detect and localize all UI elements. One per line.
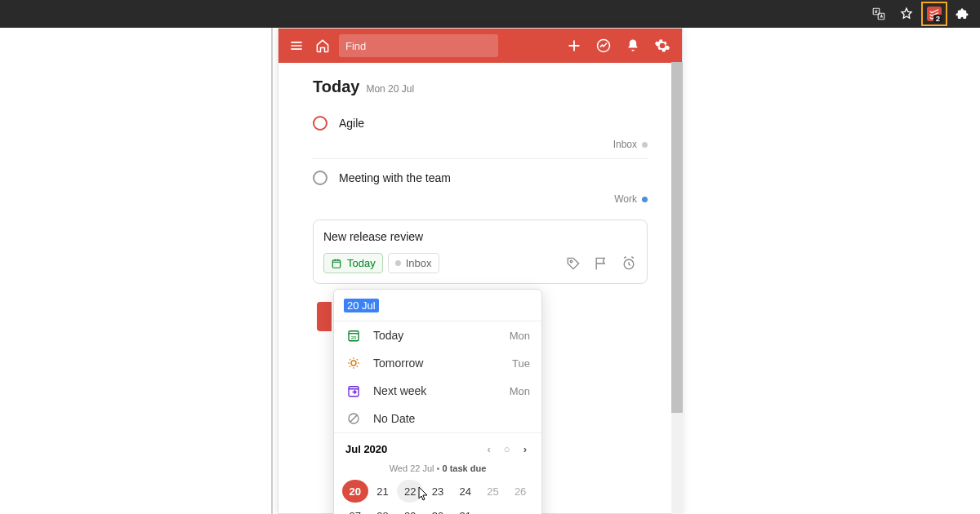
project-dot-icon bbox=[642, 142, 648, 148]
task-item[interactable]: Agile bbox=[313, 111, 648, 135]
editor-text-input[interactable]: New release review bbox=[323, 230, 637, 243]
task-item[interactable]: Meeting with the team bbox=[313, 166, 648, 190]
calendar-day[interactable]: 29 bbox=[397, 504, 423, 514]
quick-next-week[interactable]: Next week Mon bbox=[334, 377, 541, 405]
task-checkbox[interactable] bbox=[313, 171, 327, 185]
svg-point-9 bbox=[351, 361, 356, 366]
search-field[interactable] bbox=[345, 40, 492, 52]
calendar-today-icon: 20 bbox=[345, 328, 362, 343]
project-pill[interactable]: Inbox bbox=[388, 253, 439, 273]
quick-label: Tomorrow bbox=[373, 357, 501, 370]
month-label: Jul 2020 bbox=[345, 443, 387, 455]
quick-label: No Date bbox=[373, 412, 519, 425]
calendar-day[interactable]: 27 bbox=[342, 504, 368, 514]
home-button[interactable] bbox=[313, 36, 332, 55]
svg-rect-4 bbox=[332, 259, 340, 267]
date-input-value: 20 Jul bbox=[344, 299, 379, 312]
calendar-day[interactable]: 31 bbox=[452, 504, 479, 514]
task-project[interactable]: Work bbox=[614, 193, 637, 205]
settings-button[interactable] bbox=[651, 34, 674, 57]
calendar-day[interactable]: 24 bbox=[452, 480, 479, 503]
editor-actions bbox=[565, 255, 637, 272]
quick-day: Tue bbox=[512, 357, 530, 370]
prev-month-button[interactable]: ‹ bbox=[483, 441, 493, 457]
quick-tomorrow[interactable]: Tomorrow Tue bbox=[334, 349, 541, 377]
hover-date: Wed 22 Jul bbox=[390, 463, 434, 473]
calendar-day[interactable]: 22 bbox=[397, 480, 423, 503]
calendar-grid: 20 21 22 23 24 25 26 27 28 29 30 31 bbox=[334, 476, 541, 514]
quick-no-date[interactable]: No Date bbox=[334, 405, 541, 432]
calendar-day[interactable]: 28 bbox=[370, 504, 396, 514]
project-dot-icon bbox=[395, 260, 401, 266]
project-pill-label: Inbox bbox=[406, 257, 432, 269]
calendar-nav: ‹ ○ › bbox=[483, 441, 530, 457]
quick-label: Today bbox=[373, 329, 498, 342]
task-editor: New release review Today Inbox bbox=[313, 219, 648, 284]
scrollbar-track[interactable] bbox=[671, 62, 683, 514]
date-input[interactable]: 20 Jul bbox=[334, 290, 541, 321]
extension-badge: 2 bbox=[933, 15, 942, 23]
project-dot-icon bbox=[642, 197, 648, 202]
calendar-day[interactable]: 26 bbox=[507, 480, 533, 503]
calendar-day[interactable]: 30 bbox=[425, 504, 451, 514]
quick-label: Next week bbox=[373, 384, 498, 397]
bookmark-star-icon[interactable] bbox=[893, 2, 920, 26]
date-picker: 20 Jul 20 Today Mon Tomorrow Tue Next we… bbox=[333, 289, 542, 514]
due-date-label: Today bbox=[347, 257, 376, 269]
quick-day: Mon bbox=[510, 385, 530, 397]
add-task-submit-button[interactable] bbox=[317, 302, 332, 331]
flag-icon[interactable] bbox=[593, 255, 609, 272]
todoist-extension-icon[interactable]: 2 bbox=[921, 2, 947, 26]
calendar-day[interactable]: 23 bbox=[425, 480, 451, 503]
task-checkbox[interactable] bbox=[313, 116, 327, 131]
scrollbar-thumb[interactable] bbox=[671, 62, 683, 413]
no-date-icon bbox=[345, 411, 362, 426]
productivity-button[interactable] bbox=[592, 34, 615, 57]
sun-icon bbox=[345, 356, 362, 370]
calendar-day[interactable]: 25 bbox=[480, 480, 506, 503]
svg-text:20: 20 bbox=[351, 335, 357, 340]
reminder-icon[interactable] bbox=[621, 255, 637, 272]
task-title: Agile bbox=[339, 117, 364, 130]
svg-point-5 bbox=[570, 260, 572, 263]
app-topbar bbox=[278, 29, 682, 63]
quick-today[interactable]: 20 Today Mon bbox=[334, 321, 541, 349]
due-date-pill[interactable]: Today bbox=[323, 253, 383, 273]
calendar-header: Jul 2020 ‹ ○ › bbox=[334, 432, 541, 460]
calendar-day[interactable]: 21 bbox=[370, 480, 396, 503]
hover-date-info: Wed 22 Jul • 0 task due bbox=[334, 460, 541, 476]
search-input[interactable] bbox=[339, 34, 498, 57]
page-date: Mon 20 Jul bbox=[366, 83, 414, 95]
editor-controls: Today Inbox bbox=[323, 253, 637, 273]
task-meta: Inbox bbox=[313, 135, 648, 159]
menu-button[interactable] bbox=[287, 36, 306, 55]
task-project[interactable]: Inbox bbox=[613, 139, 637, 150]
next-month-button[interactable]: › bbox=[520, 441, 530, 457]
label-icon[interactable] bbox=[565, 255, 581, 272]
task-title: Meeting with the team bbox=[339, 171, 451, 184]
extensions-puzzle-icon[interactable] bbox=[949, 2, 975, 26]
quick-dates: 20 Today Mon Tomorrow Tue Next week Mon … bbox=[334, 321, 541, 432]
svg-rect-10 bbox=[349, 387, 359, 397]
quick-day: Mon bbox=[510, 330, 530, 342]
task-meta: Work bbox=[313, 190, 648, 213]
calendar-next-icon bbox=[345, 383, 362, 398]
notifications-button[interactable] bbox=[621, 34, 644, 57]
calendar-day[interactable]: 20 bbox=[342, 480, 368, 503]
jump-today-button[interactable]: ○ bbox=[501, 441, 514, 457]
page-title: Today bbox=[313, 78, 359, 96]
add-task-button[interactable] bbox=[563, 34, 586, 57]
browser-toolbar: 2 bbox=[0, 0, 980, 28]
translate-icon[interactable] bbox=[866, 2, 892, 26]
decorative-edge bbox=[271, 28, 273, 514]
page-heading: Today Mon 20 Jul bbox=[313, 78, 648, 96]
hover-tasks: 0 task due bbox=[442, 463, 486, 473]
